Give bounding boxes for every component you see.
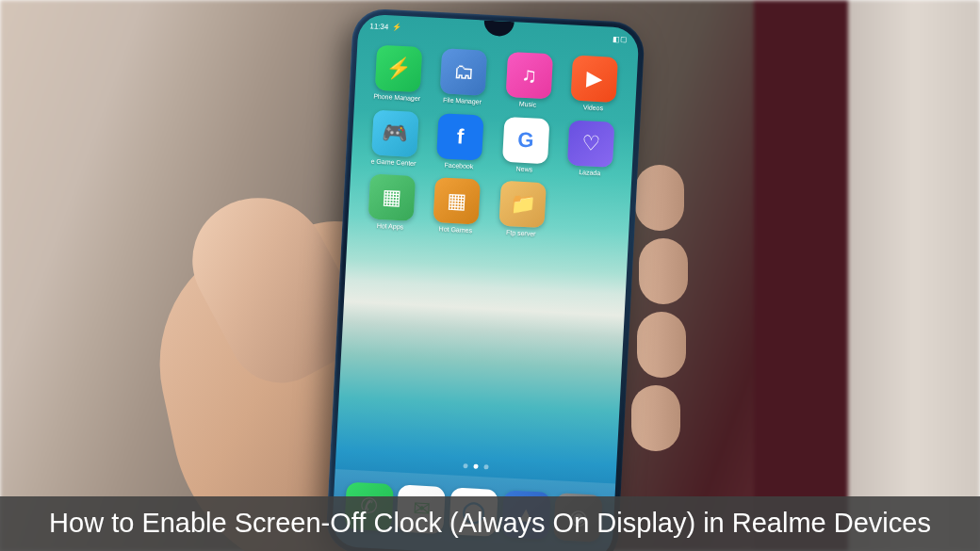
- app-label: Hot Apps: [377, 222, 404, 231]
- app-label: e Game Center: [370, 157, 416, 167]
- smartphone-device: 11:34 ⚡ ◧▢ ⚡ Phone Manager 🗂 File Manage…: [325, 8, 645, 551]
- app-label: Videos: [583, 104, 604, 112]
- dot-active: [473, 464, 478, 469]
- app-hot-games[interactable]: ▦ Hot Games: [426, 177, 486, 235]
- app-lazada[interactable]: ♡ Lazada: [561, 120, 621, 178]
- app-hot-apps[interactable]: ▦ Hot Apps: [361, 173, 421, 232]
- app-label: Phone Manager: [373, 93, 420, 103]
- app-news[interactable]: G News: [495, 116, 555, 174]
- status-time: 11:34: [369, 22, 388, 31]
- article-caption: How to Enable Screen-Off Clock (Always O…: [0, 496, 980, 551]
- facebook-icon: f: [436, 113, 483, 160]
- game-center-icon: 🎮: [371, 109, 418, 156]
- home-app-grid: ⚡ Phone Manager 🗂 File Manager ♫ Music ▶…: [361, 44, 625, 242]
- hot-apps-icon: ▦: [368, 174, 415, 221]
- app-label: File Manager: [443, 96, 482, 105]
- app-ftp-server[interactable]: 📁 Ftp server: [492, 181, 552, 239]
- battery-icon: ◧▢: [612, 34, 628, 43]
- app-label: Facebook: [444, 161, 473, 170]
- page-indicator: [463, 463, 488, 469]
- status-icon: ⚡: [392, 23, 401, 32]
- dot: [483, 464, 488, 469]
- app-label: News: [515, 165, 532, 173]
- app-label: Lazada: [579, 169, 600, 177]
- videos-icon: ▶: [571, 56, 618, 103]
- music-icon: ♫: [505, 52, 552, 99]
- lazada-icon: ♡: [567, 120, 614, 167]
- news-icon: G: [502, 116, 549, 163]
- app-file-manager[interactable]: 🗂 File Manager: [433, 48, 494, 106]
- phone-manager-icon: ⚡: [375, 45, 422, 92]
- file-manager-icon: 🗂: [440, 48, 487, 95]
- app-label: Ftp server: [506, 229, 536, 237]
- app-label: Music: [519, 101, 537, 109]
- app-videos[interactable]: ▶ Videos: [564, 55, 624, 113]
- app-facebook[interactable]: f Facebook: [430, 113, 490, 171]
- app-phone-manager[interactable]: ⚡ Phone Manager: [368, 44, 428, 103]
- app-music[interactable]: ♫ Music: [498, 52, 559, 110]
- app-label: Hot Games: [438, 226, 472, 235]
- ftp-icon: 📁: [498, 181, 546, 228]
- app-game-center[interactable]: 🎮 e Game Center: [365, 109, 425, 168]
- hot-games-icon: ▦: [433, 177, 481, 224]
- phone-screen: 11:34 ⚡ ◧▢ ⚡ Phone Manager 🗂 File Manage…: [331, 14, 639, 551]
- dot: [463, 463, 467, 468]
